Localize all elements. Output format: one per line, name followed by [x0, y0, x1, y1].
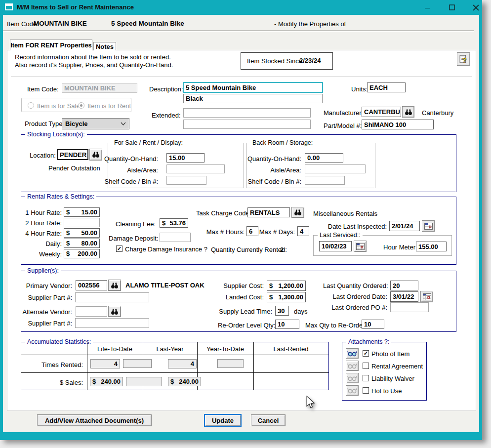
max-reorder-field[interactable]: 10 — [362, 320, 384, 329]
window-content: Item Code: MOUNTAIN BIKE 5 Speed Mountai… — [3, 15, 479, 432]
max-hours-label: Max # Hours: — [203, 228, 245, 236]
rate-daily-field[interactable]: $80.00 — [64, 239, 100, 248]
rate-2hr-label: 2 Hour Rate: — [17, 219, 62, 227]
storage-qoh-field[interactable]: 0.00 — [305, 153, 343, 163]
last-qty-ordered-field: 20 — [390, 281, 418, 290]
product-type-value: Bicycle — [65, 120, 88, 127]
add-view-documents-button[interactable]: Add/View Attached Document(s) — [37, 414, 152, 426]
primary-part-field[interactable] — [75, 292, 149, 302]
help-button[interactable]: ? — [457, 52, 470, 66]
cancel-button[interactable]: Cancel — [251, 414, 286, 426]
last-ordered-po-field[interactable] — [390, 302, 429, 312]
rate-weekly-field[interactable]: $200.00 — [64, 249, 100, 258]
item-for-sale-radio — [28, 102, 34, 109]
cleaning-fee-label: Cleaning Fee: — [111, 220, 156, 228]
extended-field-2[interactable] — [183, 120, 311, 129]
binoculars-icon — [111, 282, 119, 289]
max-days-field[interactable]: 4 — [297, 226, 309, 236]
close-button[interactable] — [466, 0, 485, 15]
app-window: M/M Items to Sell or Rent Maintenance It… — [0, 0, 482, 440]
view-liability-waiver-button[interactable] — [346, 373, 359, 383]
storage-shelf-label: Shelf Code / Bin #: — [242, 178, 301, 185]
rental-agreement-checkbox[interactable] — [363, 363, 369, 369]
display-aisle-field[interactable] — [166, 164, 225, 173]
tab-notes[interactable]: Notes — [93, 42, 116, 50]
window-title: M/M Items to Sell or Rent Maintenance — [17, 3, 134, 11]
display-qoh-field[interactable]: 15.00 — [166, 153, 205, 163]
maximize-button[interactable] — [443, 0, 461, 15]
liability-waiver-checkbox[interactable] — [363, 375, 369, 381]
tab-item-for-rent-properties[interactable]: Item FOR RENT Properties — [10, 40, 92, 50]
landed-cost-field[interactable]: $1,300.00 — [267, 292, 306, 302]
minimize-button[interactable] — [418, 0, 437, 15]
view-hot-to-use-button[interactable] — [346, 385, 359, 396]
maximize-icon — [449, 4, 455, 10]
product-type-select[interactable]: Bicycle — [62, 118, 129, 129]
supply-lead-time-field[interactable]: 30 — [275, 306, 289, 316]
primary-vendor-field[interactable]: 002556 — [76, 280, 107, 290]
display-qoh-label: Quantity-On-Hand: — [104, 155, 158, 163]
units-field[interactable]: EACH — [367, 82, 406, 92]
alternate-vendor-lookup-button[interactable] — [108, 306, 121, 317]
cleaning-fee-field[interactable]: $53.76 — [160, 218, 188, 228]
manufacturer-lookup-button[interactable] — [402, 106, 414, 118]
last-ordered-date-label: Last Ordered Date: — [323, 293, 387, 300]
damage-deposit-field[interactable] — [160, 233, 191, 242]
update-button[interactable]: Update — [204, 414, 242, 427]
display-shelf-field[interactable] — [166, 176, 206, 185]
inspected-calendar-button[interactable] — [422, 220, 435, 232]
view-rental-agreement-button[interactable] — [346, 361, 359, 371]
charge-damage-insurance-checkbox[interactable] — [116, 245, 123, 252]
location-lookup-button[interactable] — [89, 149, 102, 161]
extended-field-1[interactable] — [183, 108, 311, 118]
alternate-vendor-field[interactable] — [76, 306, 107, 317]
reorder-level-field[interactable]: 10 — [275, 320, 299, 329]
part-model-field[interactable]: ShIMANO 100 — [362, 120, 434, 129]
hour-meter-field[interactable]: 155.00 — [416, 242, 447, 251]
serviced-calendar-button[interactable] — [354, 241, 367, 252]
location-label: Location: — [30, 152, 56, 159]
rate-2hr-field[interactable] — [64, 218, 100, 227]
primary-part-label: Supplier Part #: — [23, 294, 72, 301]
rate-1hr-field[interactable]: $15.00 — [64, 207, 100, 217]
last-ordered-date-field[interactable]: 3/01/22 — [390, 291, 418, 302]
header-modify-text: - Modify the Properties of — [274, 20, 346, 28]
times-rented-label: Times Rented: — [26, 361, 83, 368]
last-serviced-title: Last Serviced:: — [318, 232, 363, 239]
description2-field[interactable]: Black — [183, 94, 323, 103]
description-field[interactable]: 5 Speed Mountain Bike — [183, 82, 323, 93]
task-charge-lookup-button[interactable] — [291, 207, 304, 218]
close-icon — [473, 4, 479, 11]
rate-4hr-label: 4 Hour Rate: — [17, 230, 62, 237]
rate-4hr-field[interactable]: $50.00 — [64, 228, 100, 238]
alternate-part-field[interactable] — [75, 318, 149, 328]
photo-of-item-checkbox[interactable] — [363, 350, 369, 357]
task-charge-code-field[interactable]: RENTALS — [247, 207, 290, 217]
calendar-icon — [424, 222, 433, 230]
date-last-inspected-field[interactable]: 2/01/24 — [389, 221, 420, 231]
view-photo-button[interactable] — [346, 348, 359, 359]
rate-weekly-label: Weekly: — [17, 250, 62, 258]
header-divider — [3, 31, 474, 31]
titlebar: M/M Items to Sell or Rent Maintenance — [0, 0, 482, 15]
part-model-label: Part/Model #: — [324, 122, 362, 129]
location-field[interactable]: PENDER — [57, 149, 88, 160]
rental-agreement-label: Rental Agreement — [371, 363, 423, 370]
stats-header-ytd: Year-To-Date — [197, 345, 253, 353]
primary-vendor-name: ALAMO TITLE-POST OAK — [125, 282, 205, 289]
storage-aisle-field[interactable] — [305, 164, 366, 173]
last-ordered-calendar-button[interactable] — [420, 291, 433, 302]
binoculars-icon — [92, 151, 100, 158]
qty-currently-rented-label: Quantity Currently Rented: — [211, 246, 287, 253]
stats-grid-line — [21, 355, 328, 355]
manufacturer-field[interactable]: CANTERBU — [362, 107, 401, 117]
sales-label: $ Sales: — [26, 379, 83, 386]
stats-grid-line — [21, 372, 328, 373]
last-serviced-field[interactable]: 10/02/23 — [319, 241, 352, 251]
item-for-sale-label: Item is for Sale — [37, 102, 80, 110]
hot-to-use-checkbox[interactable] — [363, 387, 369, 394]
supplier-cost-field[interactable]: $1,200.00 — [267, 281, 306, 291]
storage-shelf-field[interactable] — [305, 176, 345, 185]
primary-vendor-lookup-button[interactable] — [108, 280, 121, 291]
help-icon: ? — [459, 54, 468, 64]
